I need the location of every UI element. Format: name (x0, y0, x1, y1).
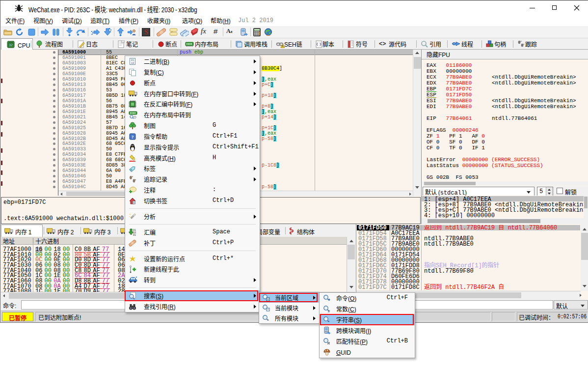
svg-text:n: n (134, 201, 135, 204)
svg-text:10: 10 (131, 61, 134, 65)
svg-text:*: * (267, 307, 269, 312)
svg-text:?: ? (132, 135, 134, 140)
svg-text:*: * (267, 317, 269, 322)
svg-text:01: 01 (133, 234, 136, 236)
svg-text:#: # (328, 308, 330, 313)
svg-text:“: “ (327, 319, 330, 324)
